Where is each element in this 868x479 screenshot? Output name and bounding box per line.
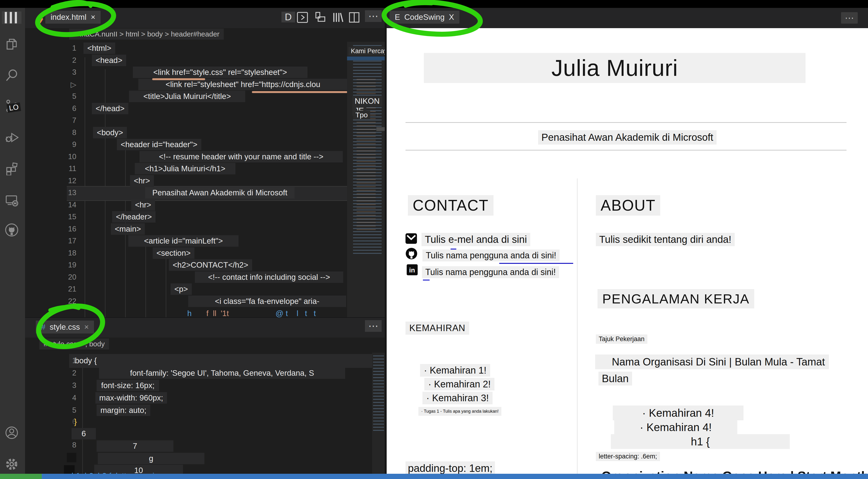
code-line[interactable]: body { <box>71 355 101 366</box>
html-code-area[interactable]: 1 2 3 ▷ 5 6 7 8 9 10 11 12 13 14 15 16 1… <box>25 40 347 317</box>
line-number: 4 <box>48 394 76 402</box>
horizontal-rule <box>405 122 846 123</box>
code-line[interactable]: <main> <box>111 223 145 235</box>
code-line[interactable]: <title>Julia Muiruri</title> <box>129 91 245 102</box>
code-line[interactable]: <section> <box>153 247 194 259</box>
partial-code-fragment: h <box>187 309 191 318</box>
settings-gear-icon[interactable] <box>5 457 19 471</box>
code-line[interactable]: Penasihat Awan Akademik di Microsoft <box>145 187 294 199</box>
experience-heading: PENGALAMAN KERJA <box>597 289 754 308</box>
experience-bullet: · Kemahiran 4! <box>614 420 737 435</box>
org-line-wrap: Bulan <box>598 372 632 386</box>
tab-codeswing[interactable]: E CodeSwing X <box>390 11 459 24</box>
status-bar[interactable] <box>42 474 868 479</box>
line-number: 8 <box>48 128 76 137</box>
code-line[interactable]: max-width: 960px; <box>95 392 167 403</box>
scrollbar-thumb[interactable] <box>376 127 385 131</box>
about-heading: ABOUT <box>596 195 660 216</box>
line-number: 2 <box>48 56 76 65</box>
css-code-area[interactable]: 1 2 3 4 5 6 8 body { font-family: 'Segoe… <box>25 353 347 474</box>
stray-code-text: h1 { <box>611 434 790 449</box>
more-actions-icon[interactable]: ⋯ <box>841 12 858 24</box>
github-icon[interactable] <box>5 223 19 237</box>
line-number: 16 <box>48 225 76 233</box>
html-editor-tab-bar: ❯ index.html × D ⋯ <box>25 8 385 28</box>
contact-github-link[interactable]: Tulis nama pengguna anda di sini! <box>423 249 560 262</box>
editor-group-divider[interactable] <box>385 8 386 474</box>
code-line[interactable]: <html> <box>84 42 115 54</box>
split-editor-icon[interactable] <box>347 11 361 24</box>
code-line[interactable]: <header id="header"> <box>117 139 201 150</box>
open-changes-icon[interactable] <box>314 11 327 24</box>
account-icon[interactable] <box>5 426 19 440</box>
minimap[interactable] <box>372 353 385 474</box>
minimap-selection <box>347 57 385 60</box>
code-line[interactable]: <head> <box>92 55 126 66</box>
remote-explorer-icon[interactable] <box>5 193 19 207</box>
close-icon[interactable]: × <box>91 13 95 22</box>
code-line[interactable]: margin: auto; <box>97 405 150 416</box>
line-number: 14 <box>48 201 76 209</box>
code-line[interactable]: } <box>70 416 81 427</box>
codeswing-preview: Julia Muiruri Penasihat Awan Akademik di… <box>386 28 868 479</box>
code-line[interactable]: 6 <box>71 428 96 440</box>
code-line[interactable]: <h2>CONTACT</h2> <box>169 259 252 271</box>
code-line[interactable]: <!-- resume header with your name and ti… <box>140 151 343 162</box>
code-line[interactable]: <!-- contact info including social --> <box>195 271 343 283</box>
code-line[interactable]: <link rel="stylesheet" href="https://cdn… <box>138 79 347 90</box>
html-breadcrumb[interactable]: > InaCA.nunII > html > body > header#hea… <box>25 28 385 40</box>
more-actions-icon[interactable]: ⋯ <box>365 320 382 332</box>
close-icon[interactable]: X <box>449 13 454 22</box>
code-line[interactable]: g <box>98 453 205 464</box>
code-line[interactable]: font-family: 'Segoe UI', Tahoma, Geneva,… <box>99 367 345 379</box>
contact-heading: CONTACT <box>408 195 494 216</box>
tab-index-html[interactable]: index.html × <box>45 11 101 24</box>
skills-heading: KEMAHIRAN <box>405 322 469 335</box>
css-file-icon: # <box>41 323 45 332</box>
code-line[interactable]: <body> <box>93 127 127 138</box>
letter-d-action[interactable]: D <box>281 12 295 23</box>
code-line[interactable]: <hr> <box>131 199 155 211</box>
line-number: 2 <box>48 369 76 378</box>
explorer-icon[interactable] <box>5 37 19 51</box>
code-line[interactable]: font-size: 16px; <box>97 380 159 391</box>
resume-role-row: Penasihat Awan Akademik di Microsoft <box>386 130 868 145</box>
source-control-icon[interactable]: LO <box>5 99 19 113</box>
more-actions-icon[interactable]: ⋯ <box>365 10 382 22</box>
codeswing-columns-icon[interactable] <box>331 11 344 24</box>
tab-label: CodeSwing <box>404 13 445 22</box>
line-number: 5 <box>48 406 76 415</box>
search-icon[interactable] <box>5 68 19 82</box>
code-line[interactable]: <i class="fa fa-envelope" aria- <box>188 296 346 307</box>
line-number: 15 <box>48 213 76 221</box>
resume-name-banner: Julia Muiruri <box>424 53 806 83</box>
resume-role: Penasihat Awan Akademik di Microsoft <box>538 130 717 145</box>
contact-linkedin-link[interactable]: Tulis nama pengguna anda di sini! <box>422 266 559 278</box>
code-line[interactable]: <link href="style.css" rel="stylesheet"> <box>133 66 307 78</box>
run-debug-icon[interactable] <box>5 130 19 144</box>
envelope-icon <box>405 233 417 244</box>
line-number: 10 <box>48 152 76 161</box>
horizontal-rule <box>405 150 846 151</box>
code-line[interactable]: <h1>Julia Muiruri</h1> <box>135 163 236 174</box>
code-line[interactable]: <article id="mainLeft"> <box>128 235 239 247</box>
breadcrumb-text: # style.css > , body <box>39 338 109 350</box>
css-breadcrumb[interactable]: # style.css > , body <box>25 337 385 350</box>
close-icon[interactable]: × <box>84 323 89 332</box>
code-line[interactable]: 7 <box>97 440 174 452</box>
warning-underline <box>252 91 347 93</box>
tab-style-css[interactable]: # style.css × <box>36 321 94 333</box>
open-preview-icon[interactable] <box>296 11 309 24</box>
status-bar-remote[interactable] <box>0 474 42 479</box>
line-number: 6 <box>48 104 76 113</box>
code-line[interactable]: <hr> <box>130 175 154 186</box>
menu-icon[interactable] <box>2 11 22 24</box>
extensions-icon[interactable] <box>5 161 19 175</box>
minimap[interactable]: Kami Percaya NIKON JE Tpo <box>347 42 385 317</box>
menu-bar <box>5 12 7 23</box>
code-line[interactable]: </head> <box>92 103 128 114</box>
code-line[interactable]: </header> <box>112 211 156 222</box>
code-line[interactable]: <p> <box>170 283 192 295</box>
line-number: 19 <box>48 261 76 269</box>
spellcheck-mark <box>423 279 430 280</box>
